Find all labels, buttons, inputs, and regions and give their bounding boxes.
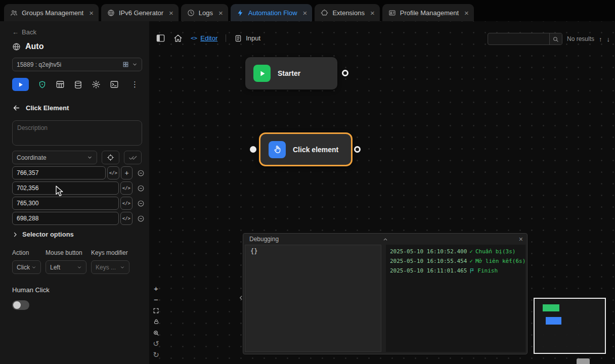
zoom-in-icon[interactable]: + <box>152 284 160 292</box>
lock-icon[interactable] <box>152 317 160 326</box>
mouse-button-select[interactable]: Left <box>46 260 86 274</box>
remove-coordinate-icon[interactable] <box>137 215 145 222</box>
tab-input[interactable]: Input <box>234 34 260 42</box>
close-icon[interactable]: × <box>303 9 308 17</box>
tab-logs[interactable]: Logs × <box>181 4 228 21</box>
coordinate-row: </> + <box>12 166 145 179</box>
prev-result-icon[interactable]: ↑ <box>599 35 602 43</box>
double-check-icon <box>128 153 137 162</box>
remove-coordinate-icon[interactable] <box>137 200 145 207</box>
chevron-down-icon <box>87 155 93 160</box>
tab-groups-management[interactable]: Groups Management × <box>4 4 99 21</box>
back-button[interactable]: ← Back <box>12 28 36 36</box>
selector-type-row: Coordinate <box>12 151 142 164</box>
coordinate-input[interactable] <box>12 181 119 195</box>
run-button[interactable] <box>12 78 29 91</box>
close-icon[interactable]: × <box>89 9 94 17</box>
expression-button[interactable]: </> <box>120 197 133 210</box>
close-icon[interactable]: × <box>519 235 523 243</box>
chevron-down-icon <box>77 265 82 270</box>
search-button[interactable] <box>549 33 562 44</box>
description-input[interactable] <box>12 120 142 146</box>
zoom-search-icon[interactable] <box>152 329 160 337</box>
close-icon[interactable]: × <box>370 9 375 17</box>
log-timestamp: 2025-05-10 16:10:52.400 <box>390 248 467 255</box>
remove-coordinate-icon[interactable] <box>137 185 145 192</box>
home-icon[interactable] <box>173 34 183 43</box>
undo-icon[interactable]: ↺ <box>152 340 160 348</box>
output-port[interactable] <box>342 70 348 76</box>
human-click-toggle[interactable] <box>12 300 29 310</box>
debugging-title: Debugging <box>249 236 279 243</box>
zoom-out-icon[interactable]: − <box>152 295 160 303</box>
node-starter[interactable]: Starter <box>245 57 337 89</box>
close-icon[interactable]: × <box>169 9 173 17</box>
tab-label: Groups Management <box>22 9 83 17</box>
coordinate-input[interactable] <box>12 166 106 179</box>
expression-button[interactable]: </> <box>120 181 133 195</box>
flow-canvas[interactable]: <> Editor Input No results ↑ ↓ Starter <box>149 21 615 364</box>
database-icon[interactable] <box>74 80 82 89</box>
coordinate-input[interactable] <box>12 212 119 225</box>
minimap-node-starter <box>543 304 559 311</box>
code-icon: </> <box>109 170 117 175</box>
back-label: Back <box>22 28 36 36</box>
expression-button[interactable]: </> <box>120 212 133 225</box>
selector-options-toggle[interactable]: Selector options <box>12 231 74 238</box>
sidebar-panel-icon[interactable] <box>156 33 165 43</box>
tab-label: Extensions <box>332 9 365 17</box>
verify-selector-button[interactable] <box>124 151 142 164</box>
coordinate-input[interactable] <box>12 197 119 210</box>
node-label: Starter <box>278 69 300 77</box>
next-result-icon[interactable]: ↓ <box>607 35 610 43</box>
add-coordinate-button[interactable]: + <box>121 166 133 179</box>
debugging-body: {} 2025-05-10 16:10:52.400 ✓ Chuẩn bị(3s… <box>243 245 527 354</box>
collapse-up-icon[interactable] <box>382 237 388 242</box>
remove-coordinate-icon[interactable] <box>137 169 145 177</box>
debugging-header[interactable]: Debugging × <box>243 234 527 245</box>
search-input[interactable] <box>488 33 549 44</box>
tab-extensions[interactable]: Extensions × <box>315 4 379 21</box>
id-card-icon <box>388 9 396 17</box>
selector-type-select[interactable]: Coordinate <box>12 151 97 164</box>
check-icon: ✓ <box>469 248 473 255</box>
fit-view-icon[interactable] <box>152 306 160 314</box>
tab-editor[interactable]: <> Editor <box>191 34 217 42</box>
search-icon <box>552 36 559 42</box>
tab-automation-flow[interactable]: Automation Flow × <box>231 4 313 21</box>
coordinate-row: </> <box>12 212 145 225</box>
profile-select[interactable]: 15889 : q2ejhv5i <box>12 58 142 71</box>
table-icon[interactable] <box>56 80 65 89</box>
editor-content: {} <box>250 248 257 255</box>
debug-log-list[interactable]: 2025-05-10 16:10:52.400 ✓ Chuẩn bị(3s) 2… <box>386 245 525 352</box>
tab-ipv6-generator[interactable]: IPv6 Generator × <box>101 4 179 21</box>
kebab-menu-icon[interactable]: ⋮ <box>131 80 139 89</box>
clipboard-icon <box>234 34 242 42</box>
node-click-element[interactable]: Click element <box>259 132 353 166</box>
terminal-icon[interactable] <box>110 80 119 89</box>
log-line: 2025-05-10 16:11:01.465 Finish <box>390 267 521 274</box>
grid-small-icon <box>122 61 129 68</box>
back-arrow-icon[interactable] <box>12 104 21 112</box>
search-box <box>488 33 562 45</box>
minimap[interactable] <box>534 298 606 354</box>
close-icon[interactable]: × <box>464 9 469 17</box>
close-icon[interactable]: × <box>218 9 223 17</box>
redo-icon[interactable]: ↻ <box>152 351 160 359</box>
gear-icon[interactable] <box>92 80 101 89</box>
node-label: Click element <box>293 146 338 154</box>
pick-element-button[interactable] <box>102 151 119 164</box>
chevron-down-icon <box>132 62 138 67</box>
debug-json-editor[interactable]: {} <box>245 245 381 352</box>
input-tab-label: Input <box>246 34 260 42</box>
input-port[interactable] <box>250 146 256 153</box>
toolbar-divider <box>226 34 226 42</box>
tab-profile-management[interactable]: Profile Management × <box>382 4 474 21</box>
shield-icon[interactable] <box>38 80 47 89</box>
keys-modifier-select[interactable]: Keys ... <box>91 260 129 274</box>
dropdown-row: Click Left Keys ... <box>12 260 142 274</box>
output-port[interactable] <box>354 146 361 153</box>
tab-label: Logs <box>199 9 213 17</box>
expression-button[interactable]: </> <box>107 166 119 179</box>
action-select[interactable]: Click <box>12 260 41 274</box>
